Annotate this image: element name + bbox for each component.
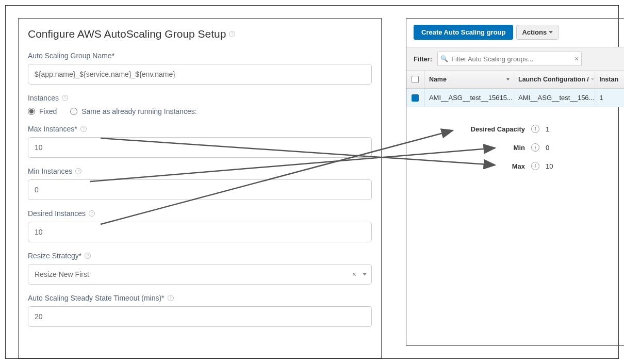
info-icon[interactable]: i xyxy=(531,125,539,133)
table-row[interactable]: AMI__ASG__test__15615... AMI__ASG__test_… xyxy=(406,89,624,107)
help-icon[interactable]: ? xyxy=(85,253,91,259)
checkbox-empty-icon[interactable] xyxy=(412,76,419,83)
resize-strategy-select[interactable]: Resize New First × xyxy=(28,264,372,285)
help-icon[interactable]: ? xyxy=(229,31,235,37)
detail-max: Max i 10 xyxy=(458,157,624,175)
radio-fixed-input[interactable] xyxy=(28,108,35,115)
radio-same-input[interactable] xyxy=(70,108,77,115)
select-all-cell[interactable] xyxy=(406,71,425,88)
info-icon[interactable]: i xyxy=(531,162,539,170)
table-header: Name Launch Configuration / Instan xyxy=(406,71,624,89)
col-launch-config[interactable]: Launch Configuration / xyxy=(514,71,595,88)
filter-label: Filter: xyxy=(414,55,432,63)
help-icon[interactable]: ? xyxy=(80,126,87,132)
help-icon[interactable]: ? xyxy=(168,295,174,301)
max-instances-label: Max Instances* ? xyxy=(28,125,372,133)
desired-instances-input[interactable] xyxy=(28,222,372,242)
search-icon: 🔍 xyxy=(440,55,448,62)
clear-icon[interactable]: × xyxy=(574,55,579,63)
sort-icon xyxy=(591,78,594,80)
max-instances-input[interactable] xyxy=(28,137,372,158)
row-select-cell[interactable] xyxy=(406,89,425,107)
radio-fixed[interactable]: Fixed xyxy=(28,107,57,115)
resize-strategy-label: Resize Strategy* ? xyxy=(28,252,372,260)
desired-instances-label: Desired Instances ? xyxy=(28,209,372,218)
aws-toolbar: Create Auto Scaling group Actions xyxy=(406,19,624,47)
col-instances[interactable]: Instan xyxy=(595,71,624,88)
config-form-panel: Configure AWS AutoScaling Group Setup ? … xyxy=(18,18,382,358)
group-name-label: Auto Scaling Group Name* xyxy=(28,52,372,60)
outer-frame: Configure AWS AutoScaling Group Setup ? … xyxy=(5,5,619,359)
create-asg-button[interactable]: Create Auto Scaling group xyxy=(414,25,513,40)
row-launch-config: AMI__ASG__test__156... xyxy=(514,89,595,107)
col-name[interactable]: Name xyxy=(425,71,514,88)
min-instances-label: Min Instances ? xyxy=(28,167,372,175)
sort-icon xyxy=(506,78,510,80)
clear-icon[interactable]: × xyxy=(352,270,356,278)
page-title-text: Configure AWS AutoScaling Group Setup xyxy=(28,28,226,40)
info-icon[interactable]: i xyxy=(531,143,539,152)
actions-button[interactable]: Actions xyxy=(516,25,559,40)
help-icon[interactable]: ? xyxy=(75,168,81,174)
help-icon[interactable]: ? xyxy=(89,210,95,217)
instances-label: Instances ? xyxy=(28,94,372,102)
min-instances-input[interactable] xyxy=(28,179,372,200)
chevron-down-icon[interactable] xyxy=(363,273,367,276)
instances-radio-group: Fixed Same as already running Instances: xyxy=(28,107,372,115)
row-instances: 1 xyxy=(595,89,624,107)
group-name-input[interactable] xyxy=(28,64,372,85)
page-title: Configure AWS AutoScaling Group Setup ? xyxy=(28,28,372,40)
filter-bar: Filter: 🔍 × xyxy=(406,47,624,71)
timeout-input[interactable] xyxy=(28,306,372,327)
resize-strategy-value: Resize New First xyxy=(28,264,372,285)
asg-details: Desired Capacity i 1 Min i 0 Max i 10 xyxy=(406,120,624,175)
help-icon[interactable]: ? xyxy=(62,95,68,101)
detail-min: Min i 0 xyxy=(458,138,624,157)
chevron-down-icon xyxy=(549,31,553,34)
filter-input[interactable] xyxy=(437,52,582,66)
row-name: AMI__ASG__test__15615... xyxy=(425,89,514,107)
radio-same[interactable]: Same as already running Instances: xyxy=(70,107,196,115)
checkbox-checked-icon[interactable] xyxy=(412,94,419,102)
filter-input-wrap: 🔍 × xyxy=(437,52,582,66)
timeout-label: Auto Scaling Steady State Timeout (mins)… xyxy=(28,294,372,302)
detail-desired: Desired Capacity i 1 xyxy=(458,120,624,138)
aws-console-panel: Create Auto Scaling group Actions Filter… xyxy=(406,18,624,346)
